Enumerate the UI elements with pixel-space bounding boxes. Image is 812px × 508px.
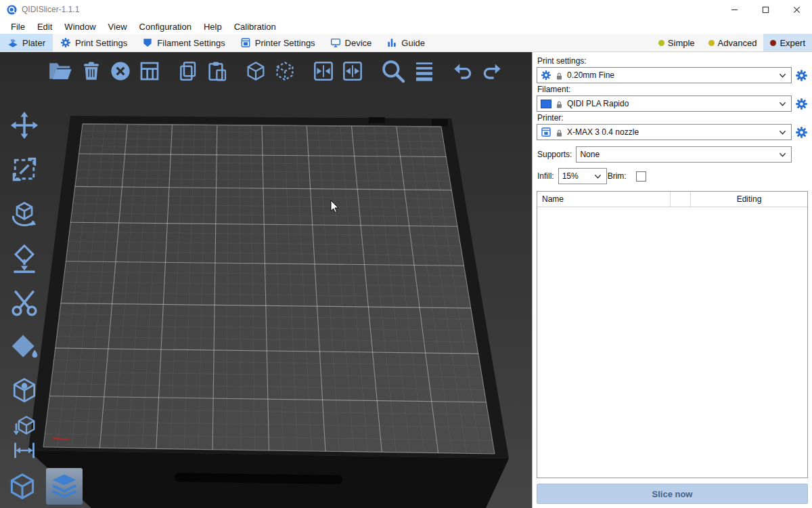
printer-row: X-MAX 3 0.4 nozzle xyxy=(537,124,808,140)
tab-print-settings[interactable]: Print Settings xyxy=(53,34,135,51)
advanced-mode-dot-icon xyxy=(708,40,715,46)
maximize-button[interactable] xyxy=(750,0,781,19)
tab-label: Print Settings xyxy=(75,38,127,48)
printer-icon xyxy=(541,127,551,137)
mode-switcher: Simple Advanced Expert xyxy=(652,34,812,51)
minimize-button[interactable] xyxy=(719,0,750,19)
infill-value: 15% xyxy=(562,171,579,181)
print-settings-combo[interactable]: 0.20mm Fine xyxy=(537,67,792,83)
print-bed-scene[interactable] xyxy=(0,52,532,508)
measure-tool-button[interactable] xyxy=(12,438,37,463)
menu-help[interactable]: Help xyxy=(198,19,228,34)
tab-device[interactable]: Device xyxy=(323,34,380,51)
place-on-face-tool-button[interactable] xyxy=(9,244,39,274)
object-list: Name Editing xyxy=(537,191,808,478)
paste-button[interactable] xyxy=(206,60,228,82)
move-tool-button[interactable] xyxy=(9,110,39,140)
paint-supports-tool-button[interactable] xyxy=(9,332,39,362)
object-list-header: Name Editing xyxy=(537,192,807,207)
rotate-tool-button[interactable] xyxy=(9,199,39,229)
column-editing: Editing xyxy=(691,192,807,207)
printer-combo[interactable]: X-MAX 3 0.4 nozzle xyxy=(537,124,792,140)
tab-plater[interactable]: Plater xyxy=(0,34,53,51)
brim-checkbox[interactable] xyxy=(636,171,646,182)
chevron-down-icon xyxy=(777,150,788,160)
3d-viewport[interactable] xyxy=(0,52,532,508)
supports-label: Supports: xyxy=(537,150,572,159)
gear-icon xyxy=(541,70,551,81)
main-area: Print settings: 0.20mm Fine Filament: QI… xyxy=(0,52,812,508)
search-button[interactable] xyxy=(380,58,406,84)
supports-row: Supports: None xyxy=(537,146,808,163)
menu-edit[interactable]: Edit xyxy=(31,19,58,34)
column-extruder xyxy=(671,192,691,207)
undo-button[interactable] xyxy=(452,60,474,82)
mode-advanced[interactable]: Advanced xyxy=(702,34,764,51)
variable-layer-height-button[interactable] xyxy=(413,60,435,82)
menu-file[interactable]: File xyxy=(5,19,31,34)
tab-label: Printer Settings xyxy=(255,38,315,48)
tab-label: Guide xyxy=(401,38,425,48)
chevron-down-icon xyxy=(593,171,603,182)
emboss-tool-button[interactable] xyxy=(12,413,37,438)
mode-label: Advanced xyxy=(718,38,757,48)
scale-tool-button[interactable] xyxy=(9,154,39,184)
tab-label: Filament Settings xyxy=(157,38,225,48)
close-button[interactable] xyxy=(781,0,812,19)
3d-editor-view-button[interactable] xyxy=(4,468,41,505)
filament-icon xyxy=(142,37,153,48)
device-icon xyxy=(330,37,341,48)
bed-clip xyxy=(369,117,385,123)
plater-icon xyxy=(7,37,18,48)
lock-icon xyxy=(555,100,564,108)
filament-gear-button[interactable] xyxy=(795,98,808,110)
bed-clip xyxy=(432,119,448,126)
menu-configuration[interactable]: Configuration xyxy=(133,19,198,34)
lock-icon xyxy=(555,128,564,137)
filament-combo[interactable]: QIDI PLA Rapido xyxy=(537,96,792,112)
slice-now-button[interactable]: Slice now xyxy=(537,484,808,504)
remove-instance-button[interactable] xyxy=(274,60,296,82)
mode-expert[interactable]: Expert xyxy=(763,34,812,51)
printer-label: Printer: xyxy=(537,113,808,123)
infill-label: Infill: xyxy=(537,171,554,181)
delete-all-button[interactable] xyxy=(110,60,131,82)
lock-icon xyxy=(555,71,564,80)
menu-bar: File Edit Window View Configuration Help… xyxy=(0,19,812,34)
settings-panel: Print settings: 0.20mm Fine Filament: QI… xyxy=(532,52,812,508)
simple-mode-dot-icon xyxy=(658,40,664,46)
menu-view[interactable]: View xyxy=(102,19,133,34)
infill-combo[interactable]: 15% xyxy=(558,168,607,184)
menu-calibration[interactable]: Calibration xyxy=(228,19,282,34)
split-to-parts-button[interactable] xyxy=(342,60,363,82)
chevron-down-icon xyxy=(777,70,788,81)
printer-gear-button[interactable] xyxy=(795,126,808,139)
tab-filament-settings[interactable]: Filament Settings xyxy=(135,34,232,51)
add-instance-button[interactable] xyxy=(245,60,267,82)
print-settings-gear-button[interactable] xyxy=(795,69,808,82)
copy-button[interactable] xyxy=(177,60,199,82)
filament-color-swatch xyxy=(541,100,551,108)
split-to-objects-button[interactable] xyxy=(313,60,334,82)
plater-toolbar xyxy=(47,58,503,84)
redo-button[interactable] xyxy=(481,60,503,82)
cut-tool-button[interactable] xyxy=(9,288,39,318)
expert-mode-dot-icon xyxy=(770,40,776,46)
column-name: Name xyxy=(537,192,671,207)
bed-surface xyxy=(43,124,495,454)
arrange-button[interactable] xyxy=(139,60,160,82)
chevron-down-icon xyxy=(777,127,788,137)
seam-painting-tool-button[interactable] xyxy=(9,377,39,406)
delete-button[interactable] xyxy=(81,60,102,82)
mode-simple[interactable]: Simple xyxy=(652,34,702,51)
tab-printer-settings[interactable]: Printer Settings xyxy=(233,34,323,51)
tab-guide[interactable]: Guide xyxy=(379,34,432,51)
object-list-body[interactable] xyxy=(537,207,807,478)
menu-window[interactable]: Window xyxy=(58,19,102,34)
title-bar: QIDISlicer-1.1.1 xyxy=(0,0,812,19)
preview-view-button[interactable] xyxy=(46,468,83,505)
supports-combo[interactable]: None xyxy=(576,146,792,163)
tab-bar: Plater Print Settings Filament Settings … xyxy=(0,34,812,52)
open-file-button[interactable] xyxy=(47,58,73,84)
infill-row: Infill: 15% Brim: xyxy=(537,168,808,184)
